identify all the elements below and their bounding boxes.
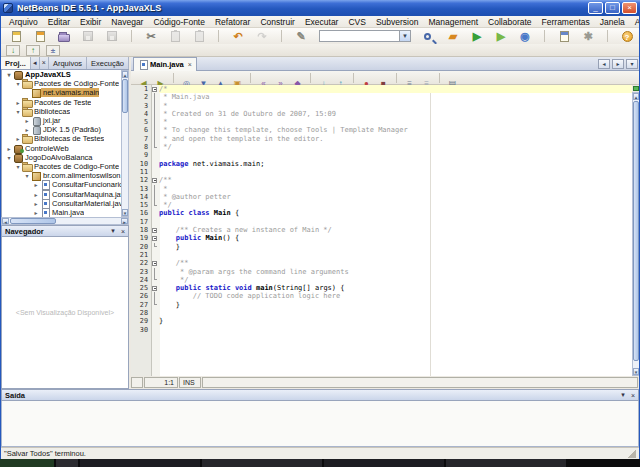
menu-construir[interactable]: Construir bbox=[255, 17, 299, 27]
tree-node-appjavaxls[interactable]: ▾AppJavaXLS bbox=[2, 70, 121, 79]
build-main-project-button[interactable]: ▰ bbox=[441, 29, 465, 43]
tree-expand-handle[interactable]: ▸ bbox=[32, 200, 40, 207]
toggle-bookmark-icon[interactable]: ◆ bbox=[289, 72, 306, 84]
output-minimize-icon[interactable]: ▾ bbox=[618, 391, 628, 399]
menu-navegar[interactable]: Navegar bbox=[106, 17, 148, 27]
fold-column[interactable] bbox=[151, 234, 159, 242]
undo-button[interactable]: ↶ bbox=[226, 29, 250, 43]
editor-tab-main-java[interactable]: Main.java × bbox=[133, 57, 197, 71]
tree-expand-handle[interactable]: ▾ bbox=[23, 172, 31, 179]
tree-expand-handle[interactable]: ▸ bbox=[14, 99, 22, 106]
cvs-update-button[interactable]: ↓ bbox=[6, 45, 20, 56]
tab-arquivos[interactable]: Arquivos bbox=[49, 57, 87, 69]
tree-node-br-com-alimentoswilson-gui[interactable]: ▾br.com.alimentoswilson.gui bbox=[2, 171, 121, 180]
title-bar[interactable]: NetBeans IDE 5.5.1 - AppJavaXLS _ □ × bbox=[0, 0, 640, 16]
tree-expand-handle[interactable]: ▸ bbox=[32, 191, 40, 198]
redo-button[interactable]: ↷ bbox=[250, 29, 274, 43]
find-next-icon[interactable]: ▼ bbox=[195, 72, 212, 84]
code-editor[interactable]: 1/*2 * Main.java3 *4 * Created on 31 de … bbox=[131, 85, 632, 376]
tree-node-pacotes-de-c-digo-fonte[interactable]: ▾Pacotes de Código-Fonte bbox=[2, 162, 121, 171]
tab-list-icon[interactable]: ▾ bbox=[626, 59, 638, 69]
tree-node-pacotes-de-teste[interactable]: ▸Pacotes de Teste bbox=[2, 98, 121, 107]
fold-column[interactable] bbox=[151, 85, 159, 93]
fold-collapse-icon[interactable] bbox=[152, 87, 157, 92]
comment-icon[interactable]: ≡ bbox=[401, 72, 418, 84]
tree-node-net-viamais-main[interactable]: net.viamais.main bbox=[2, 88, 121, 97]
tree-expand-handle[interactable]: ▸ bbox=[14, 135, 22, 142]
tab-projetos[interactable]: Proj... bbox=[1, 57, 31, 69]
editor-tab-close-icon[interactable]: × bbox=[188, 61, 192, 68]
tree-expand-handle[interactable]: ▾ bbox=[14, 163, 22, 170]
tab-scroll-left-icon[interactable]: ◂ bbox=[598, 59, 610, 69]
windows-taskbar[interactable] bbox=[0, 459, 640, 467]
forward-icon[interactable]: ▶ bbox=[152, 72, 169, 84]
menu-janela[interactable]: Janela bbox=[595, 17, 630, 27]
fold-collapse-icon[interactable] bbox=[152, 236, 157, 241]
new-file-button[interactable] bbox=[4, 29, 28, 43]
new-project-button[interactable] bbox=[28, 29, 52, 43]
tree-expand-handle[interactable]: ▾ bbox=[5, 154, 13, 161]
run-main-project-button[interactable]: ▶ bbox=[465, 29, 489, 43]
tree-expand-handle[interactable]: ▸ bbox=[32, 181, 40, 188]
fold-collapse-icon[interactable] bbox=[152, 178, 157, 183]
tree-node-pacotes-de-c-digo-fonte[interactable]: ▾Pacotes de Código-Fonte bbox=[2, 79, 121, 88]
menu-executar[interactable]: Executar bbox=[300, 17, 344, 27]
save-all-button[interactable] bbox=[100, 29, 124, 43]
tree-node-jxl-jar[interactable]: ▸jxl.jar bbox=[2, 116, 121, 125]
close-button[interactable]: × bbox=[622, 2, 637, 14]
start-macro-icon[interactable]: ● bbox=[358, 72, 375, 84]
uncomment-icon[interactable]: ≡ bbox=[418, 72, 435, 84]
fold-collapse-icon[interactable] bbox=[152, 286, 157, 291]
projects-tree[interactable]: ▾AppJavaXLS▾Pacotes de Código-Fontenet.v… bbox=[1, 70, 121, 217]
update-center-button[interactable]: ✱ bbox=[576, 29, 600, 43]
tree-expand-handle[interactable]: ▾ bbox=[14, 80, 22, 87]
fold-column[interactable] bbox=[151, 259, 159, 267]
paste-button[interactable] bbox=[187, 29, 211, 43]
tree-node-jogodoalvobalanca[interactable]: ▾JogoDoAlvoBalanca bbox=[2, 153, 121, 162]
find-previous-icon[interactable]: ▲ bbox=[212, 72, 229, 84]
tree-expand-handle[interactable]: ▸ bbox=[23, 117, 31, 124]
tree-node-controleweb[interactable]: ▸ControleWeb bbox=[2, 144, 121, 153]
back-icon[interactable]: ◀ bbox=[135, 72, 152, 84]
cvs-diff-button[interactable]: ± bbox=[46, 45, 60, 56]
find-button[interactable]: ✎ bbox=[289, 29, 313, 43]
next-bookmark-icon[interactable]: » bbox=[272, 72, 289, 84]
menu-arquivo[interactable]: Arquivo bbox=[4, 17, 43, 27]
search-combobox-field[interactable] bbox=[320, 31, 399, 41]
cvs-commit-button[interactable]: ↑ bbox=[26, 45, 40, 56]
cut-button[interactable]: ✂ bbox=[139, 29, 163, 43]
tree-expand-handle[interactable]: ▾ bbox=[14, 108, 22, 115]
fold-column[interactable] bbox=[151, 176, 159, 184]
find-selection-icon[interactable]: ◎ bbox=[178, 72, 195, 84]
maximize-button[interactable]: □ bbox=[605, 2, 620, 14]
tab-scroll-right-icon[interactable]: ▸ bbox=[612, 59, 624, 69]
tree-node-consultarfuncionario-java[interactable]: ▸ConsultarFuncionario.java bbox=[2, 180, 121, 189]
menu-subversion[interactable]: Subversion bbox=[371, 17, 424, 27]
stop-macro-icon[interactable]: ■ bbox=[375, 72, 392, 84]
tree-node-jdk-1-5-padr-o[interactable]: ▸JDK 1.5 (Padrão) bbox=[2, 125, 121, 134]
menu-exibir[interactable]: Exibir bbox=[75, 17, 106, 27]
tree-expand-handle[interactable]: ▸ bbox=[5, 145, 13, 152]
tree-expand-handle[interactable]: ▾ bbox=[5, 71, 13, 78]
minimize-button[interactable]: _ bbox=[588, 2, 603, 14]
previous-usage-icon[interactable]: ↑ bbox=[332, 72, 349, 84]
menu-management[interactable]: Management bbox=[423, 17, 483, 27]
fold-column[interactable] bbox=[151, 226, 159, 234]
output-panel[interactable] bbox=[1, 401, 639, 447]
menu-ferramentas[interactable]: Ferramentas bbox=[537, 17, 595, 27]
help-button[interactable] bbox=[615, 29, 639, 43]
profile-main-project-button[interactable]: ◉ bbox=[513, 29, 537, 43]
tree-node-consultarmaquina-java[interactable]: ▸ConsultarMaquina.java bbox=[2, 189, 121, 198]
copy-button[interactable] bbox=[163, 29, 187, 43]
tab-execucao[interactable]: Execução bbox=[87, 57, 129, 69]
output-close-icon[interactable]: × bbox=[628, 392, 638, 399]
panel-close-icon[interactable]: × bbox=[40, 57, 49, 69]
tree-vertical-scrollbar[interactable]: ▴ ▾ bbox=[121, 70, 129, 217]
menu-collaborate[interactable]: Collaborate bbox=[483, 17, 536, 27]
next-usage-icon[interactable]: ↓ bbox=[315, 72, 332, 84]
tree-node-consultarmaterial-java[interactable]: ▸ConsultarMaterial.java bbox=[2, 199, 121, 208]
previous-bookmark-icon[interactable]: « bbox=[255, 72, 272, 84]
tree-horizontal-scrollbar[interactable]: ◂ ▸ bbox=[1, 217, 129, 225]
navigator-close-icon[interactable]: × bbox=[118, 228, 128, 235]
menu-cvs[interactable]: CVS bbox=[343, 17, 370, 27]
